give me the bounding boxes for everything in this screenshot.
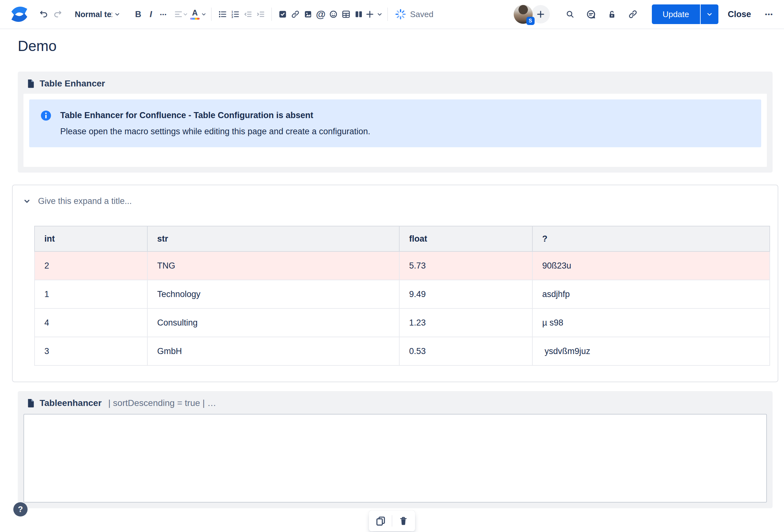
table-cell[interactable]: 5.73 [399,252,532,280]
text-color-dropdown[interactable]: A [190,7,206,21]
close-button[interactable]: Close [728,9,751,19]
insert-image-button[interactable] [302,7,314,21]
text-style-dropdown[interactable]: Normal text [75,10,120,19]
toolbar-divider [387,8,388,21]
data-table: int str float ? 2 TNG 5.73 90ß23u 1 Tech… [34,226,770,366]
macro-body: Table Enhancer for Confluence - Table Co… [24,94,767,167]
copy-link-icon [628,9,638,19]
indent-button[interactable] [254,7,267,21]
sync-spinner-icon [395,8,406,20]
text-color-icon: A [190,9,200,20]
plus-icon [536,9,545,19]
table-cell[interactable]: 90ß23u [532,252,770,280]
alignment-dropdown[interactable] [174,7,188,21]
table-row: 1 Technology 9.49 asdjhfp [34,280,770,308]
page-title[interactable]: Demo [18,37,778,55]
info-panel-heading: Table Enhancer for Confluence - Table Co… [60,110,370,121]
table-enhancer-macro[interactable]: Table Enhancer Table Enhancer for Conflu… [18,71,773,173]
table-cell[interactable]: GmbH [147,337,399,365]
table-cell[interactable]: 1.23 [399,308,532,337]
bullet-list-icon [218,10,227,19]
numbered-list-button[interactable]: 123 [229,7,242,21]
redo-button[interactable] [51,7,64,21]
more-actions-button[interactable]: ••• [765,11,773,18]
table-cell[interactable]: 4 [34,308,147,337]
insert-link-button[interactable] [289,7,302,21]
delete-node-button[interactable] [396,514,411,528]
table-cell[interactable]: ysdvßm9juz [532,337,770,365]
update-split-button: Update [652,4,719,24]
trash-icon [398,516,409,526]
expand-toggle-button[interactable] [22,196,32,206]
bold-button[interactable]: B [132,7,144,21]
svg-text:3: 3 [231,16,233,19]
permissions-button[interactable] [606,7,618,21]
macro-title: Tableenhancer [39,398,102,408]
table-cell[interactable]: 9.49 [399,280,532,308]
mention-button[interactable]: @ [314,7,327,21]
layout-icon [354,10,363,19]
column-header[interactable]: float [399,226,532,252]
table-cell[interactable]: 1 [34,280,147,308]
table-row: 4 Consulting 1.23 µ s98 [34,308,770,337]
table-icon [342,10,351,19]
layouts-button[interactable] [353,7,365,21]
column-header[interactable]: ? [532,226,770,252]
table-cell[interactable]: Technology [147,280,399,308]
document-icon [27,399,35,408]
table-cell[interactable]: TNG [147,252,399,280]
undo-button[interactable] [37,7,50,21]
update-button[interactable]: Update [652,4,700,24]
bullet-list-button[interactable] [216,7,229,21]
chevron-down-icon [114,11,120,18]
image-icon [304,10,312,19]
insert-table-button[interactable] [340,7,353,21]
table-row: 3 GmbH 0.53 ysdvßm9juz [34,337,770,365]
copy-node-button[interactable] [373,514,388,528]
table-cell[interactable]: 3 [34,337,147,365]
table-cell[interactable]: Consulting [147,308,399,337]
column-header[interactable]: int [34,226,147,252]
search-button[interactable] [564,7,577,21]
task-list-button[interactable] [276,7,289,21]
chevron-down-icon [22,196,32,206]
table-cell[interactable]: 0.53 [399,337,532,365]
update-options-button[interactable] [700,4,719,24]
indent-icon [256,10,265,19]
italic-button[interactable]: I [144,7,157,21]
editor-toolbar: Normal text B I ••• A [0,0,784,29]
undo-icon [39,9,49,19]
macro-rich-text-body[interactable] [24,414,767,503]
table-enhancer-macro-header[interactable]: Table Enhancer [24,77,767,91]
table-row: 2 TNG 5.73 90ß23u [34,252,770,280]
table-cell[interactable]: µ s98 [532,308,770,337]
tableenhancer-macro[interactable]: Tableenhancer | sortDescending = true | … [18,391,773,508]
more-formatting-button[interactable]: ••• [157,7,170,21]
comments-button[interactable] [585,7,597,21]
column-header[interactable]: str [147,226,399,252]
avatar[interactable]: S [514,5,533,24]
link-icon [291,10,300,19]
search-icon [565,9,575,19]
tableenhancer-macro-header[interactable]: Tableenhancer | sortDescending = true | … [24,396,767,410]
copy-link-button[interactable] [626,7,639,21]
insert-more-button[interactable] [365,7,383,21]
numbered-list-icon: 123 [231,10,240,19]
help-button[interactable]: ? [13,502,28,516]
copy-icon [375,515,386,526]
toolbar-divider [211,8,212,21]
align-icon [174,10,183,18]
outdent-button[interactable] [242,7,254,21]
expand-title-input[interactable]: Give this expand a title... [38,196,132,206]
expand-element: Give this expand a title... int str floa… [12,185,778,382]
emoji-icon [329,10,338,19]
table-cell[interactable]: 2 [34,252,147,280]
macro-parameters: | sortDescending = true | … [108,398,217,408]
insert-plus-icon [365,9,374,19]
confluence-logo-icon [9,5,29,23]
chevron-down-icon [706,11,713,18]
toolbar-divider [271,8,272,21]
emoji-button[interactable] [327,7,340,21]
redo-icon [53,9,62,19]
table-cell[interactable]: asdjhfp [532,280,770,308]
